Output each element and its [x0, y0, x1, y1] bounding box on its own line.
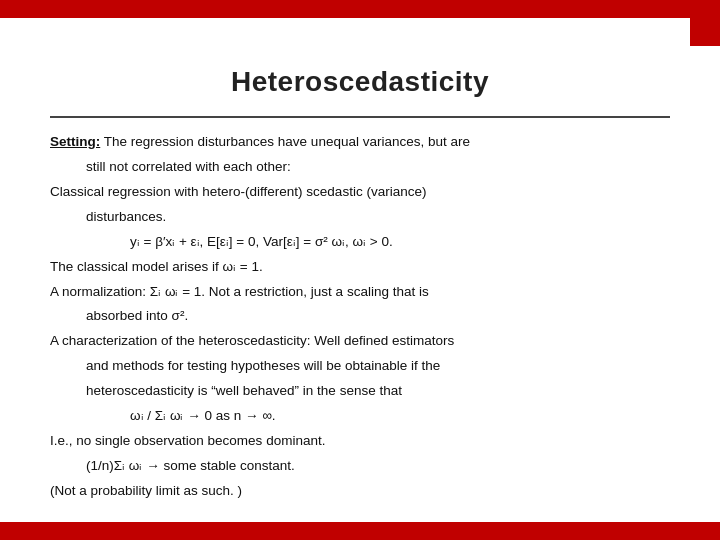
normalization-line1: A normalization: Σᵢ ωᵢ = 1. Not a restri…	[50, 282, 670, 303]
body-text: Setting: The regression disturbances hav…	[50, 132, 670, 502]
setting-label: Setting:	[50, 134, 100, 149]
slide-container: Heteroscedasticity Setting: The regressi…	[0, 0, 720, 540]
top-right-square	[690, 18, 720, 46]
classical-line: Classical regression with hetero-(differ…	[50, 182, 670, 203]
characterization-line3: heteroscedasticity is “well behaved” in …	[50, 381, 670, 402]
slide-title: Heteroscedasticity	[50, 66, 670, 98]
disturbances: disturbances.	[50, 207, 670, 228]
characterization-line1: A characterization of the heteroscedasti…	[50, 331, 670, 352]
bottom-bar	[0, 522, 720, 540]
divider	[50, 116, 670, 118]
equation-line: yᵢ = β′xᵢ + εᵢ, E[εᵢ] = 0, Var[εᵢ] = σ² …	[50, 232, 670, 253]
setting-line1: Setting: The regression disturbances hav…	[50, 132, 670, 153]
setting-line2: still not correlated with each other:	[50, 157, 670, 178]
setting-text: The regression disturbances have unequal…	[100, 134, 470, 149]
ie-line: I.e., no single observation becomes domi…	[50, 431, 670, 452]
content-area: Heteroscedasticity Setting: The regressi…	[0, 36, 720, 536]
normalization-line2: absorbed into σ².	[50, 306, 670, 327]
top-bar	[0, 0, 720, 18]
stable-constant: (1/n)Σᵢ ωᵢ → some stable constant.	[50, 456, 670, 477]
characterization-line2: and methods for testing hypotheses will …	[50, 356, 670, 377]
limit-equation: ωᵢ / Σᵢ ωᵢ → 0 as n → ∞.	[50, 406, 670, 427]
not-prob: (Not a probability limit as such. )	[50, 481, 670, 502]
classical-model: The classical model arises if ωᵢ = 1.	[50, 257, 670, 278]
